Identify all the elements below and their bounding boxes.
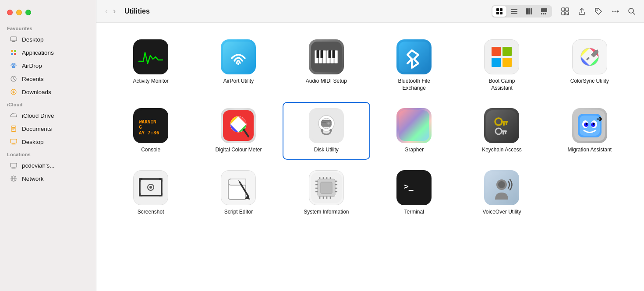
airport-utility-label: AirPort Utility (223, 78, 254, 85)
svg-rect-37 (562, 8, 565, 11)
svg-rect-137 (399, 172, 429, 203)
app-item-script-editor[interactable]: Script Editor (195, 164, 282, 222)
view-grid-button[interactable] (492, 6, 506, 17)
svg-rect-95 (506, 123, 507, 125)
sidebar-item-desktop-icloud-label: Desktop (22, 139, 44, 145)
grapher-label: Grapher (404, 147, 424, 154)
back-button[interactable]: ‹ (103, 6, 110, 17)
view-list-button[interactable] (507, 6, 521, 17)
sidebar-item-recents[interactable]: Recents (3, 73, 93, 85)
svg-rect-68 (502, 47, 512, 56)
svg-rect-94 (501, 121, 508, 123)
app-item-screenshot[interactable]: Screenshot (107, 164, 195, 222)
sidebar-item-airdrop[interactable]: AirDrop (3, 60, 93, 72)
sidebar-item-recents-label: Recents (22, 76, 44, 82)
app-item-colorsync-utility[interactable]: ColorSync Utility (546, 33, 633, 98)
app-item-airport-utility[interactable]: AirPort Utility (195, 33, 282, 98)
svg-point-108 (586, 123, 587, 125)
minimize-button[interactable] (16, 10, 22, 15)
toolbar: ‹ › Utilities (96, 0, 644, 23)
svg-point-109 (593, 123, 594, 125)
close-button[interactable] (7, 10, 13, 15)
grapher-icon (396, 108, 432, 143)
svg-point-4 (14, 50, 16, 52)
svg-point-41 (597, 9, 598, 11)
digital-colour-meter-icon (221, 108, 256, 143)
sidebar-item-desktop-icloud[interactable]: Desktop (3, 136, 93, 148)
voiceover-utility-label: VoiceOver Utility (482, 209, 521, 216)
sidebar-item-pcdeviahs[interactable]: pcdeviah's... (3, 159, 93, 172)
downloads-icon (10, 88, 18, 96)
svg-rect-70 (502, 58, 512, 67)
more-button[interactable] (610, 6, 620, 17)
svg-rect-30 (526, 8, 528, 14)
app-item-grapher[interactable]: Grapher (370, 102, 458, 160)
sidebar-item-airdrop-label: AirDrop (22, 63, 42, 69)
group-button[interactable] (560, 6, 570, 17)
forward-button[interactable]: › (111, 6, 117, 17)
tag-button[interactable] (593, 6, 604, 17)
app-item-keychain-access[interactable]: Keychain Access (458, 102, 545, 160)
terminal-icon: >_ (396, 170, 432, 205)
app-item-audio-midi-setup[interactable]: Audio MIDI Setup (283, 33, 370, 98)
sidebar-item-network-label: Network (22, 175, 44, 182)
traffic-lights (0, 4, 96, 22)
favourites-section-label: Favourites (0, 22, 96, 33)
app-item-digital-colour-meter[interactable]: Digital Colour Meter (195, 102, 282, 160)
sidebar-item-downloads[interactable]: Downloads (3, 86, 93, 98)
app-item-activity-monitor[interactable]: Activity Monitor (107, 33, 195, 98)
svg-text:>_: >_ (404, 182, 414, 191)
svg-rect-56 (316, 50, 319, 58)
app-item-bluetooth-file-exchange[interactable]: Bluetooth File Exchange (370, 33, 458, 98)
sidebar-item-applications[interactable]: Applications (3, 46, 93, 59)
app-item-migration-assistant[interactable]: Migration Assistant (546, 102, 633, 160)
svg-point-90 (329, 129, 332, 132)
app-item-terminal[interactable]: >_ Terminal (370, 164, 458, 222)
share-button[interactable] (577, 6, 587, 17)
svg-rect-29 (511, 13, 517, 14)
nav-buttons: ‹ › (103, 6, 117, 17)
app-item-console[interactable]: WARNIN G AY 7:36 Console (107, 102, 195, 160)
svg-point-80 (235, 121, 242, 128)
svg-rect-48 (223, 42, 254, 72)
svg-text:G: G (139, 124, 142, 130)
digital-colour-meter-label: Digital Colour Meter (215, 147, 262, 154)
sidebar-item-desktop[interactable]: Desktop (3, 33, 93, 46)
sidebar-item-documents[interactable]: Documents (3, 123, 93, 135)
sidebar-item-network[interactable]: Network (3, 172, 93, 185)
svg-rect-58 (328, 50, 331, 58)
disk-utility-label: Disk Utility (314, 147, 339, 154)
svg-rect-136 (321, 182, 332, 193)
app-item-voiceover-utility[interactable]: VoiceOver Utility (458, 164, 545, 222)
view-gallery-button[interactable] (537, 6, 551, 17)
app-item-system-information[interactable]: System Information (283, 164, 370, 222)
airdrop-icon (10, 62, 18, 70)
view-columns-button[interactable] (522, 6, 536, 17)
sidebar-item-icloud-drive-label: iCloud Drive (22, 112, 54, 119)
sidebar: Favourites Desktop Applications (0, 0, 96, 291)
audio-midi-icon (309, 39, 344, 74)
sidebar-item-desktop-label: Desktop (22, 36, 44, 43)
search-button[interactable] (626, 6, 637, 17)
app-item-boot-camp-assistant[interactable]: Boot Camp Assistant (458, 33, 545, 98)
svg-rect-98 (501, 130, 507, 132)
svg-rect-33 (541, 8, 547, 12)
view-buttons (492, 5, 552, 18)
disk-utility-icon (309, 108, 344, 143)
system-information-icon (309, 170, 344, 205)
icloud-section-label: iCloud (0, 98, 96, 109)
network-icon (10, 175, 18, 182)
sidebar-item-icloud-drive[interactable]: iCloud Drive (3, 109, 93, 122)
system-information-label: System Information (304, 209, 349, 216)
svg-rect-31 (528, 8, 530, 14)
svg-point-42 (612, 11, 614, 12)
main-area: ‹ › Utilities (96, 0, 644, 291)
documents-icon (10, 125, 18, 133)
svg-point-3 (11, 50, 13, 52)
sidebar-item-documents-label: Documents (22, 126, 52, 132)
maximize-button[interactable] (25, 10, 31, 15)
activity-monitor-label: Activity Monitor (133, 78, 168, 85)
sidebar-item-pcdeviahs-label: pcdeviah's... (22, 162, 55, 169)
app-item-disk-utility[interactable]: Disk Utility (283, 102, 370, 160)
svg-rect-28 (511, 11, 517, 12)
